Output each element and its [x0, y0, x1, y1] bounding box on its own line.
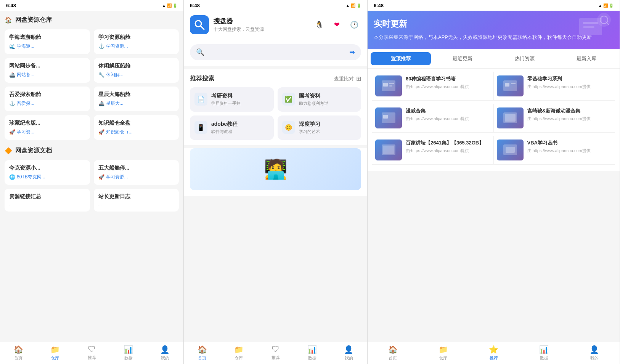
resource-info: 零基础学习系列 由·https://www.alipansou.com提供	[527, 75, 612, 96]
list-item[interactable]: 知识船仓全盘 🚀 知识船仓（...	[94, 115, 179, 140]
card-sub: 🚀 学习资源...	[98, 174, 175, 180]
list-item[interactable]: 五大船舱停... 🚀 学习资源...	[94, 160, 179, 185]
banner-section: 🧑‍💻	[184, 148, 367, 196]
list-item[interactable]: 😊 深度学习 学习的艺术	[278, 115, 361, 140]
bottom-nav-2: 🏠 首页 📁 仓库 🛡 推荐 📊 数据 👤 我的	[184, 341, 367, 364]
table-row[interactable]: 宫崎骏&新海诚动漫合集 由·https://www.alipansou.com提…	[494, 104, 615, 133]
nav-label: 数据	[308, 355, 316, 361]
nav-item-recommend-2[interactable]: 🛡 推荐	[257, 342, 294, 364]
list-item[interactable]: 星辰大海船舱 🚢 星辰大...	[94, 87, 179, 111]
realtime-update-card: 实时更新 本分享采集来源于网络，与本APP无关，失效或资源地址更改无需联络本软件…	[368, 11, 620, 49]
resource-info: 宫崎骏&新海诚动漫合集 由·https://www.alipansou.com提…	[527, 107, 612, 128]
table-row[interactable]: 百家讲坛【2641集】【365.32GB】 由·https://www.alip…	[372, 136, 494, 165]
kaoyuan-name: 考研资料	[211, 93, 241, 99]
nav-item-home-2[interactable]: 🏠 首页	[184, 342, 220, 364]
history-icon-btn[interactable]: 🕐	[347, 18, 361, 32]
nav-item-warehouse-1[interactable]: 📁 仓库	[37, 342, 73, 364]
nav-item-mine-3[interactable]: 👤 我的	[569, 342, 620, 364]
table-row[interactable]: 60种编程语言学习书籍 由·https://www.alipansou.com提…	[372, 72, 494, 101]
mine-icon: 👤	[160, 345, 170, 354]
nav-item-warehouse-2[interactable]: 📁 仓库	[220, 342, 257, 364]
table-row[interactable]: 零基础学习系列 由·https://www.alipansou.com提供	[494, 72, 615, 101]
resource-source: 由·https://www.alipansou.com提供	[406, 148, 490, 154]
list-item[interactable]: 学习资源船舱 ⚓ 学习资源...	[94, 29, 179, 54]
svg-rect-22	[506, 147, 515, 153]
resource-thumbnail	[497, 107, 524, 128]
svg-rect-18	[505, 114, 516, 122]
resource-thumbnail	[497, 75, 524, 96]
svg-rect-20	[383, 146, 394, 154]
docs-icon: 🔶	[5, 147, 12, 154]
card-title: 站长更新日志	[98, 193, 175, 200]
tab-new-archive[interactable]: 最新入库	[556, 52, 617, 65]
card-sub: 🌐 80TB夸克网...	[9, 174, 85, 180]
battery-icon-2: 🔋	[357, 3, 361, 8]
list-item[interactable]: 站长更新日志 ...	[94, 189, 179, 212]
qq-icon-btn[interactable]: 🐧	[312, 18, 326, 32]
nav-item-data-3[interactable]: 📊 数据	[519, 342, 569, 364]
table-row[interactable]: VBA学习丛书 由·https://www.alipansou.com提供	[494, 136, 615, 165]
recommend-title: 推荐搜索	[190, 75, 214, 83]
list-item[interactable]: 学海遨游船舱 🌊 学海遨...	[5, 29, 90, 54]
dedup-label: 查重比对	[334, 75, 354, 82]
table-row[interactable]: 漫威合集 由·https://www.alipansou.com提供	[372, 104, 494, 133]
list-item[interactable]: 休闲解压船舱 🔧 休闲解...	[94, 58, 179, 83]
search-bar-wrap: 🔍 ➡	[184, 40, 367, 66]
nav-item-warehouse-3[interactable]: 📁 仓库	[418, 342, 468, 364]
list-item[interactable]: 📱 adobe教程 软件与教程	[190, 115, 274, 140]
deeplearn-icon: 😊	[282, 121, 295, 134]
nav-label: 我的	[161, 355, 169, 361]
list-item[interactable]: 网站同步备... 🚢 网站备...	[5, 58, 90, 83]
nav-item-mine-1[interactable]: 👤 我的	[147, 342, 183, 364]
list-item[interactable]: 资源链接汇总 ...	[5, 189, 90, 212]
status-time-3: 6:48	[374, 3, 384, 8]
status-time-1: 6:48	[6, 3, 16, 8]
tab-recent-update[interactable]: 最近更新	[432, 52, 493, 65]
status-icons-1: ▲ 📶 🔋	[162, 3, 177, 8]
list-item[interactable]: 📄 考研资料 往届资料一手抓	[190, 87, 274, 112]
home-icon-3: 🏠	[388, 345, 398, 354]
nav-item-data-2[interactable]: 📊 数据	[294, 342, 331, 364]
nav-item-recommend-3[interactable]: ⭐ 推荐	[468, 342, 519, 364]
tab-top-recommend[interactable]: 置顶推荐	[371, 52, 431, 65]
wifi-icon-3: 📶	[603, 3, 608, 8]
nav-item-data-1[interactable]: 📊 数据	[110, 342, 147, 364]
recommend-icon-3: ⭐	[489, 345, 498, 354]
nav-label: 推荐	[88, 355, 96, 361]
card-title: 珍藏纪念版...	[9, 120, 85, 127]
search-submit-button[interactable]: ➡	[349, 48, 355, 56]
search-app-desc: 十大网盘搜索，云盘资源	[214, 26, 308, 33]
list-item[interactable]: ✅ 国考资料 助力您顺利考过	[278, 87, 361, 112]
search-app-logo	[190, 15, 209, 34]
card-sub: 🚢 星辰大...	[98, 100, 175, 107]
nav-label: 数据	[124, 355, 133, 361]
list-item[interactable]: 吾爱探索船舱 ⚓ 吾爱探...	[5, 87, 90, 111]
banner-image: 🧑‍💻	[190, 148, 361, 190]
card-sub: ⚓ 吾爱探...	[9, 100, 85, 107]
card-sub: 🌊 学海遨...	[9, 43, 85, 50]
recommend-grid: 📄 考研资料 往届资料一手抓 ✅ 国考资料 助力您顺利考过 📱	[190, 87, 361, 140]
resource-name: 百家讲坛【2641集】【365.32GB】	[406, 140, 490, 146]
dedup-button[interactable]: 查重比对 ⊞	[334, 75, 361, 82]
nav-label: 我的	[590, 355, 599, 361]
list-item[interactable]: 珍藏纪念版... 🚀 学习资...	[5, 115, 90, 140]
share-icon-btn[interactable]: ❤	[330, 18, 344, 32]
list-item[interactable]: 夸克资源小... 🌐 80TB夸克网...	[5, 160, 90, 185]
nav-item-recommend-1[interactable]: 🛡 推荐	[73, 342, 110, 364]
nav-label: 数据	[540, 355, 548, 361]
nav-item-home-1[interactable]: 🏠 首页	[0, 342, 37, 364]
recommend-icon: 🛡	[88, 345, 96, 354]
nav-label: 仓库	[439, 355, 447, 361]
card-sub: 🚀 知识船仓（...	[98, 129, 175, 135]
nav-label: 我的	[345, 355, 353, 361]
nav-item-mine-2[interactable]: 👤 我的	[331, 342, 367, 364]
resource-source: 由·https://www.alipansou.com提供	[406, 116, 490, 122]
search-input[interactable]	[208, 49, 345, 56]
battery-icon: 🔋	[173, 3, 177, 8]
tab-hot-resource[interactable]: 热门资源	[495, 52, 555, 65]
nav-item-home-3[interactable]: 🏠 首页	[368, 342, 418, 364]
svg-rect-10	[389, 83, 394, 84]
deeplearn-name: 深度学习	[299, 121, 320, 128]
bottom-nav-3: 🏠 首页 📁 仓库 ⭐ 推荐 📊 数据 👤 我的	[368, 341, 620, 364]
warehouse-icon: 🏠	[5, 16, 12, 24]
